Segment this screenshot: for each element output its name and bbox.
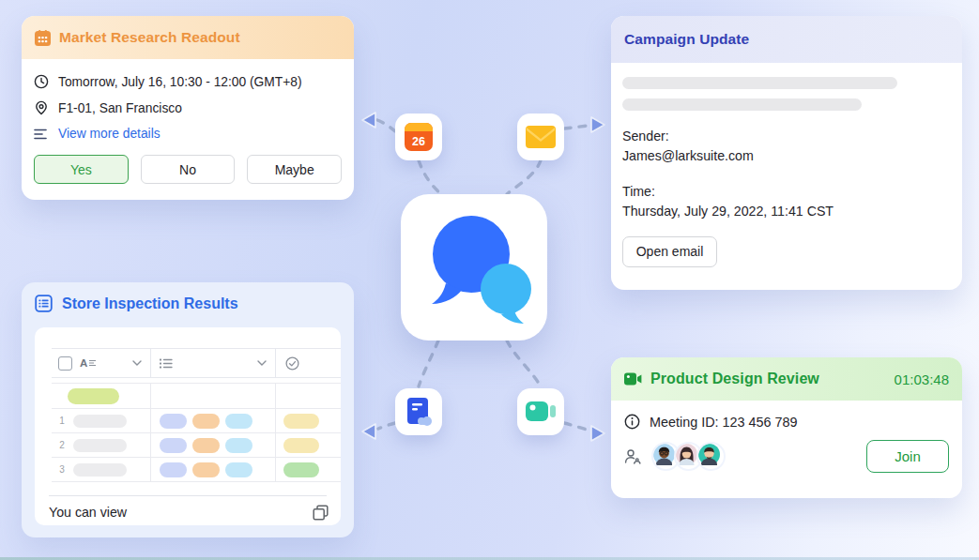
market-card-title: Market Research Readout xyxy=(59,29,240,46)
tag-pill xyxy=(192,414,220,429)
campaign-card-title: Campaign Update xyxy=(624,31,749,48)
tag-pill xyxy=(160,414,187,429)
cell xyxy=(150,409,275,432)
avatar xyxy=(696,442,726,471)
cell: 1 xyxy=(52,409,150,432)
row-number: 2 xyxy=(58,440,66,450)
rsvp-yes-button[interactable]: Yes xyxy=(34,155,129,184)
open-email-button[interactable]: Open email xyxy=(622,236,717,267)
copy-icon[interactable] xyxy=(313,505,329,521)
event-time: Tomorrow, July 16, 10:30 - 12:00 (GMT+8) xyxy=(58,75,302,89)
sheet-header-col-list xyxy=(150,349,275,377)
rsvp-maybe-button[interactable]: Maybe xyxy=(247,155,342,184)
clock-icon xyxy=(34,74,49,89)
tag-pill xyxy=(192,438,220,453)
field-type-letter: A xyxy=(80,357,87,369)
text-placeholder-pill xyxy=(73,439,127,452)
connector xyxy=(564,126,588,129)
status-pill xyxy=(283,438,319,453)
time-value: Thursday, July 29, 2022, 11:41 CST xyxy=(622,202,951,221)
calendar-icon-topbar xyxy=(405,123,433,131)
sender-block: Sender: James@larksuite.com xyxy=(622,127,951,166)
cell xyxy=(275,458,341,481)
calendar-grid-icon xyxy=(35,30,51,46)
video-camera-icon xyxy=(624,372,642,386)
bullet-list-icon xyxy=(160,358,173,369)
arrow-right-icon xyxy=(591,426,604,441)
table-row: 1 xyxy=(52,409,341,433)
sheet-header-col-text: A xyxy=(52,356,150,371)
chevron-down-icon[interactable] xyxy=(257,360,267,366)
row-number: 3 xyxy=(58,464,66,475)
market-card-body: Tomorrow, July 16, 10:30 - 12:00 (GMT+8)… xyxy=(22,59,354,184)
docs-app-tile xyxy=(395,388,442,435)
field-lines-glyph xyxy=(89,359,96,367)
chevron-down-icon[interactable] xyxy=(132,360,142,366)
event-location: F1-01, San Francisco xyxy=(58,101,182,115)
connector xyxy=(378,423,395,429)
arrow-right-icon xyxy=(591,117,604,132)
sheet-panel: A xyxy=(35,327,341,525)
select-all-checkbox[interactable] xyxy=(58,356,72,371)
table-row xyxy=(52,384,341,409)
sender-label: Sender: xyxy=(622,127,951,146)
cell xyxy=(275,409,341,432)
time-label: Time: xyxy=(622,182,951,202)
text-placeholder-pill xyxy=(73,415,127,428)
event-time-row: Tomorrow, July 16, 10:30 - 12:00 (GMT+8) xyxy=(34,74,342,89)
meeting-id-row: Meeting ID: 123 456 789 xyxy=(624,414,949,430)
campaign-card-header: Campaign Update xyxy=(611,16,962,63)
connector xyxy=(419,160,441,194)
meeting-card-header: Product Design Review 01:03:48 xyxy=(611,357,962,401)
docs-icon xyxy=(403,396,435,428)
status-pill xyxy=(283,414,319,429)
cell: 2 xyxy=(52,433,150,457)
avatar-group xyxy=(651,442,726,471)
video-camera-icon xyxy=(525,401,557,423)
tag-pill xyxy=(160,438,187,453)
cell xyxy=(150,384,275,408)
calendar-app-tile: 26 xyxy=(395,114,442,160)
connector xyxy=(507,341,541,386)
cell: 3 xyxy=(52,458,150,481)
text-field-icon: A xyxy=(80,357,96,369)
event-location-row: F1-01, San Francisco xyxy=(34,100,342,115)
location-pin-icon xyxy=(34,100,49,115)
tag-pill xyxy=(225,462,252,477)
tag-pill xyxy=(192,462,220,477)
table-row: 3 xyxy=(52,458,341,482)
meeting-id: Meeting ID: 123 456 789 xyxy=(650,415,798,430)
view-more-details-link[interactable]: View more details xyxy=(34,127,342,141)
arrow-left-icon xyxy=(362,424,375,439)
tag-pill xyxy=(225,438,252,453)
arrow-left-icon xyxy=(362,113,375,128)
meeting-card: Product Design Review 01:03:48 Meeting I… xyxy=(611,357,962,498)
rsvp-no-button[interactable]: No xyxy=(141,155,236,184)
rsvp-buttons: Yes No Maybe xyxy=(34,155,342,184)
cell xyxy=(150,458,275,481)
market-card-header: Market Research Readout xyxy=(22,16,354,59)
campaign-update-card: Campaign Update Sender: James@larksuite.… xyxy=(611,16,962,290)
mail-icon xyxy=(526,126,556,148)
store-inspection-card: Store Inspection Results A xyxy=(22,282,354,537)
members-icon xyxy=(624,448,642,464)
connector xyxy=(507,160,541,194)
mail-app-tile xyxy=(517,114,564,160)
text-placeholder-pill xyxy=(73,463,127,477)
view-more-details-label[interactable]: View more details xyxy=(58,127,161,141)
placeholder-bar xyxy=(622,77,897,89)
calendar-icon: 26 xyxy=(405,123,433,151)
tag-pill xyxy=(68,388,119,404)
participants-row: Join xyxy=(624,440,949,473)
sheet-header-row: A xyxy=(52,348,341,378)
sheet-footer: You can view xyxy=(49,501,329,523)
time-block: Time: Thursday, July 29, 2022, 11:41 CST xyxy=(622,182,951,221)
meeting-card-title: Product Design Review xyxy=(650,371,819,387)
cell xyxy=(275,384,341,408)
info-icon xyxy=(624,414,640,430)
connector xyxy=(419,341,438,386)
sheet-header-col-status xyxy=(275,349,341,377)
connector xyxy=(377,120,395,131)
join-button[interactable]: Join xyxy=(866,440,949,473)
calendar-day: 26 xyxy=(405,131,433,151)
